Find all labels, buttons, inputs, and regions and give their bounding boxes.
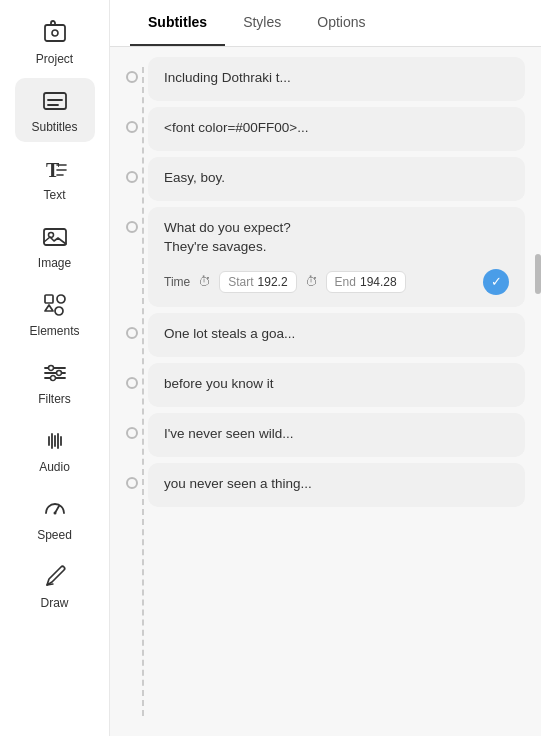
svg-line-22 [47, 584, 53, 585]
start-value: 192.2 [258, 275, 288, 289]
subtitle-row: before you know it [126, 363, 525, 407]
timeline-dot [126, 71, 138, 83]
subtitle-row: Including Dothraki t... [126, 57, 525, 101]
start-label: Start [228, 275, 253, 289]
timeline-dot [126, 377, 138, 389]
sidebar-item-image-label: Image [38, 256, 71, 270]
sidebar-item-draw-label: Draw [40, 596, 68, 610]
timeline-dot [126, 171, 138, 183]
subtitle-card-3[interactable]: Easy, boy. [148, 157, 525, 201]
subtitle-row: you never seen a thing... [126, 463, 525, 507]
timeline-dot [126, 327, 138, 339]
subtitle-text-7: I've never seen wild... [164, 425, 509, 444]
subtitle-text-5: One lot steals a goa... [164, 325, 509, 344]
tab-styles[interactable]: Styles [225, 0, 299, 46]
subtitle-card-1[interactable]: Including Dothraki t... [148, 57, 525, 101]
timeline-dot [126, 221, 138, 233]
subtitle-row: <font color=#00FF00>... [126, 107, 525, 151]
clock-icon-start: ⏱ [198, 274, 211, 289]
subtitle-list: Including Dothraki t... <font color=#00F… [110, 47, 541, 736]
end-value: 194.28 [360, 275, 397, 289]
sidebar-item-elements-label: Elements [29, 324, 79, 338]
sidebar: Project Subtitles T Text [0, 0, 110, 736]
sidebar-item-draw[interactable]: Draw [15, 554, 95, 618]
tab-options[interactable]: Options [299, 0, 383, 46]
subtitle-text-3: Easy, boy. [164, 169, 509, 188]
sidebar-item-filters-label: Filters [38, 392, 71, 406]
clock-icon-end: ⏱ [305, 274, 318, 289]
svg-point-18 [56, 371, 61, 376]
sidebar-item-subtitles-label: Subtitles [31, 120, 77, 134]
sidebar-item-elements[interactable]: Elements [15, 282, 95, 346]
check-button[interactable]: ✓ [483, 269, 509, 295]
sidebar-item-speed-label: Speed [37, 528, 72, 542]
card-footer: Time ⏱ Start 192.2 ⏱ End 194.28 ✓ [164, 269, 509, 295]
svg-rect-0 [45, 25, 65, 41]
start-time-input[interactable]: Start 192.2 [219, 271, 296, 293]
speed-icon [40, 494, 70, 524]
sidebar-item-speed[interactable]: Speed [15, 486, 95, 550]
subtitles-icon [40, 86, 70, 116]
sidebar-item-image[interactable]: Image [15, 214, 95, 278]
sidebar-item-text[interactable]: T Text [15, 146, 95, 210]
tab-subtitles[interactable]: Subtitles [130, 0, 225, 46]
svg-point-12 [57, 295, 65, 303]
tabs-bar: Subtitles Styles Options [110, 0, 541, 47]
subtitle-text-6: before you know it [164, 375, 509, 394]
subtitle-card-8[interactable]: you never seen a thing... [148, 463, 525, 507]
subtitle-text-8: you never seen a thing... [164, 475, 509, 494]
svg-rect-9 [44, 229, 66, 245]
subtitle-row: One lot steals a goa... [126, 313, 525, 357]
svg-point-1 [52, 30, 58, 36]
sidebar-item-project[interactable]: Project [15, 10, 95, 74]
subtitle-card-4[interactable]: What do you expect? They're savages. Tim… [148, 207, 525, 307]
subtitle-card-6[interactable]: before you know it [148, 363, 525, 407]
end-label: End [335, 275, 356, 289]
svg-point-21 [53, 512, 56, 515]
subtitle-card-7[interactable]: I've never seen wild... [148, 413, 525, 457]
elements-icon [40, 290, 70, 320]
sidebar-item-text-label: Text [43, 188, 65, 202]
sidebar-item-project-label: Project [36, 52, 73, 66]
draw-icon [40, 562, 70, 592]
timeline-dot [126, 121, 138, 133]
timeline-dot [126, 427, 138, 439]
timeline-dot [126, 477, 138, 489]
project-icon [40, 18, 70, 48]
subtitle-row: Easy, boy. [126, 157, 525, 201]
subtitle-text-4: What do you expect? They're savages. [164, 219, 509, 257]
audio-icon [40, 426, 70, 456]
sidebar-item-filters[interactable]: Filters [15, 350, 95, 414]
text-icon: T [40, 154, 70, 184]
main-panel: Subtitles Styles Options Including Dothr… [110, 0, 541, 736]
svg-point-17 [48, 366, 53, 371]
subtitle-row-active: What do you expect? They're savages. Tim… [126, 207, 525, 307]
svg-rect-11 [45, 295, 53, 303]
filters-icon [40, 358, 70, 388]
subtitle-text-2: <font color=#00FF00>... [164, 119, 509, 138]
subtitle-row: I've never seen wild... [126, 413, 525, 457]
image-icon [40, 222, 70, 252]
time-label: Time [164, 275, 190, 289]
svg-rect-13 [55, 307, 63, 315]
sidebar-item-audio-label: Audio [39, 460, 70, 474]
sidebar-item-audio[interactable]: Audio [15, 418, 95, 482]
subtitle-card-2[interactable]: <font color=#00FF00>... [148, 107, 525, 151]
svg-rect-2 [44, 93, 66, 109]
end-time-input[interactable]: End 194.28 [326, 271, 406, 293]
sidebar-item-subtitles[interactable]: Subtitles [15, 78, 95, 142]
subtitle-text-1: Including Dothraki t... [164, 69, 509, 88]
scroll-indicator[interactable] [535, 254, 541, 294]
subtitle-card-5[interactable]: One lot steals a goa... [148, 313, 525, 357]
svg-point-19 [50, 376, 55, 381]
